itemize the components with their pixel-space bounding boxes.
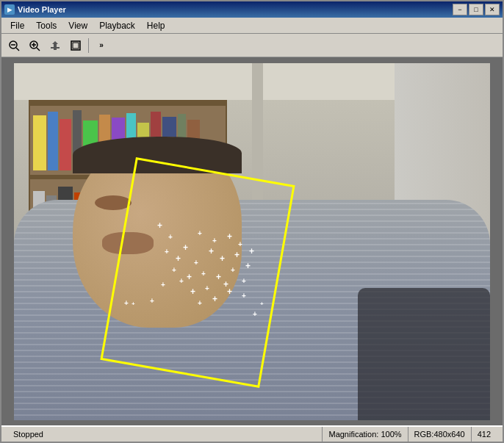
content-area: + + + + + + + + + + + + + + + + + + + + [1, 57, 503, 425]
fit-button[interactable] [66, 36, 85, 55]
resolution-text: RGB:480x640 [414, 430, 465, 439]
eye-area [95, 195, 132, 210]
window-title: Video Player [18, 5, 66, 14]
zoom-out-button[interactable] [4, 36, 24, 55]
title-bar: ▶ Video Player − □ ✕ [1, 1, 503, 18]
shelf-top [30, 101, 226, 106]
book [60, 119, 71, 170]
menu-help[interactable]: Help [141, 19, 171, 32]
status-frame: 412 [472, 427, 497, 442]
extra-button[interactable]: » [92, 36, 111, 55]
title-bar-left: ▶ Video Player [4, 4, 66, 15]
menu-bar: File Tools View Playback Help [1, 18, 503, 34]
menu-playback[interactable]: Playback [93, 19, 141, 32]
menu-view[interactable]: View [62, 19, 93, 32]
zoom-in-icon [29, 40, 40, 51]
toolbar: » [1, 34, 503, 57]
frame-number: 412 [478, 430, 491, 439]
status-stopped: Stopped [7, 427, 323, 442]
toolbar-separator [88, 38, 89, 53]
status-resolution: RGB:480x640 [408, 427, 472, 442]
book [48, 112, 58, 170]
zoom-out-icon [8, 40, 20, 51]
menu-tools[interactable]: Tools [30, 19, 62, 32]
maximize-button[interactable]: □ [469, 4, 483, 15]
pan-button[interactable] [46, 36, 65, 55]
status-magnification: Magnification: 100% [323, 427, 408, 442]
pan-icon [49, 40, 61, 51]
magnification-text: Magnification: 100% [328, 430, 401, 439]
menu-file[interactable]: File [4, 19, 30, 32]
chair-area [358, 288, 490, 420]
main-window: ▶ Video Player − □ ✕ File Tools View Pla… [0, 0, 504, 443]
fit-icon [70, 40, 82, 51]
status-text: Stopped [13, 430, 43, 439]
close-button[interactable]: ✕ [485, 4, 500, 15]
svg-line-1 [16, 48, 19, 51]
minimize-button[interactable]: − [453, 4, 467, 15]
app-icon: ▶ [4, 4, 15, 15]
svg-line-4 [37, 48, 40, 51]
extra-icon: » [99, 41, 104, 49]
status-bar: Stopped Magnification: 100% RGB:480x640 … [1, 425, 503, 442]
book [33, 115, 46, 170]
title-bar-buttons: − □ ✕ [453, 4, 500, 15]
zoom-in-button[interactable] [25, 36, 44, 55]
svg-rect-8 [73, 43, 79, 48]
video-frame: + + + + + + + + + + + + + + + + + + + + [14, 63, 490, 420]
